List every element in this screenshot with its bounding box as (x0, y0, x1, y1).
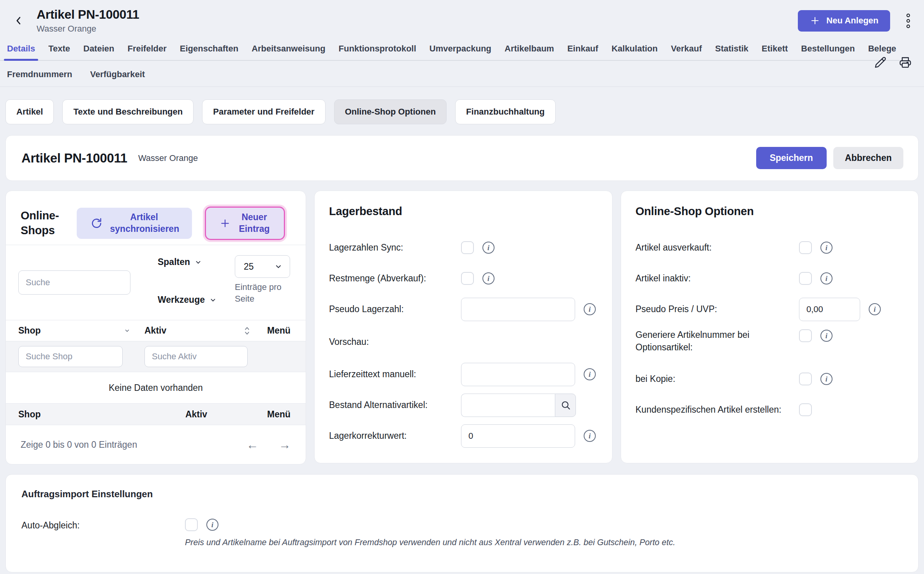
table-footer-header-row: Shop Aktiv Menü (6, 403, 306, 425)
bestand-alternativartikel-input[interactable] (461, 394, 555, 417)
info-icon[interactable] (206, 519, 218, 531)
bei-kopie-checkbox[interactable] (799, 373, 812, 385)
artikel-inaktiv-checkbox[interactable] (799, 272, 812, 285)
cancel-button[interactable]: Abbrechen (833, 147, 903, 169)
tab-bestellungen[interactable]: Bestellungen (801, 41, 855, 60)
page-size-select[interactable]: 25 (235, 255, 290, 278)
subtab-parameter-und-freifelder[interactable]: Parameter und Freifelder (202, 99, 325, 124)
field-label: bei Kopie: (635, 373, 799, 385)
auto-abgleich-right: Preis und Artikelname bei Auftragsimport… (185, 518, 675, 548)
field-row-artikel-ausverkauft: Artikel ausverkauft: (621, 232, 918, 263)
refresh-icon (91, 217, 102, 229)
field-label: Lagerzahlen Sync: (329, 241, 461, 254)
title-card-actions: Speichern Abbrechen (756, 147, 903, 169)
info-icon[interactable] (820, 272, 832, 284)
table-header-row: Shop Aktiv Menü (6, 320, 306, 341)
tab-dateien[interactable]: Dateien (83, 41, 114, 60)
print-button[interactable] (898, 55, 912, 69)
info-icon[interactable] (820, 373, 832, 385)
back-button[interactable] (12, 11, 26, 30)
lagerkorrekturwert-input[interactable] (461, 424, 575, 448)
tab-etikett[interactable]: Etikett (762, 41, 788, 60)
tab-bar-actions (873, 55, 912, 69)
tab-artikelbaum[interactable]: Artikelbaum (505, 41, 554, 60)
pseudo-lagerzahl-input[interactable] (461, 298, 575, 321)
search-input[interactable] (18, 270, 130, 295)
tab-eigenschaften[interactable]: Eigenschaften (180, 41, 238, 60)
tab-verfuegbarkeit[interactable]: Verfügbarkeit (90, 69, 145, 79)
info-icon[interactable] (584, 430, 596, 442)
tab-verkauf[interactable]: Verkauf (671, 41, 702, 60)
column-header-menu: Menü (253, 325, 306, 336)
magnifier-icon (560, 400, 571, 410)
tab-texte[interactable]: Texte (48, 41, 70, 60)
tab-statistik[interactable]: Statistik (715, 41, 748, 60)
tab-kalkulation[interactable]: Kalkulation (611, 41, 658, 60)
neuer-eintrag-button[interactable]: Neuer Eintrag (206, 208, 284, 239)
save-button[interactable]: Speichern (756, 147, 827, 169)
tab-funktionsprotokoll[interactable]: Funktionsprotokoll (339, 41, 416, 60)
tab-fremdnummern[interactable]: Fremdnummern (7, 69, 72, 79)
subtab-online-shop-optionen[interactable]: Online-Shop Optionen (334, 99, 447, 124)
info-icon[interactable] (820, 242, 832, 254)
top-header: Artikel PN-100011 Wasser Orange Neu Anle… (0, 0, 924, 37)
info-icon[interactable] (482, 272, 495, 284)
tab-freifelder[interactable]: Freifelder (127, 41, 166, 60)
kundenspezifisch-checkbox[interactable] (799, 403, 812, 416)
lagerzahlen-sync-checkbox[interactable] (461, 241, 474, 254)
next-page-button[interactable] (279, 439, 291, 451)
previous-page-button[interactable] (246, 439, 259, 451)
artikel-synchronisieren-button[interactable]: Artikel synchronisieren (77, 208, 192, 239)
chevron-down-icon (209, 296, 217, 304)
more-menu-icon[interactable] (905, 12, 912, 30)
field-row-bei-kopie: bei Kopie: (621, 364, 918, 394)
chevron-down-icon (124, 327, 130, 334)
online-shop-optionen-panel: Online-Shop Optionen Artikel ausverkauft… (621, 191, 919, 463)
info-icon[interactable] (482, 242, 495, 254)
neu-anlegen-button[interactable]: Neu Anlegen (798, 10, 890, 32)
werkzeuge-dropdown[interactable]: Werkzeuge (158, 295, 217, 305)
filter-aktiv-input[interactable] (144, 346, 248, 367)
generiere-artikelnummer-checkbox[interactable] (799, 329, 812, 342)
secondary-tab-bar: Fremdnummern Verfügbarkeit (0, 61, 924, 87)
spalten-dropdown[interactable]: Spalten (158, 257, 217, 267)
subtab-texte-und-beschreibungen[interactable]: Texte und Beschreibungen (62, 99, 194, 124)
edit-button[interactable] (873, 55, 887, 69)
info-icon[interactable] (584, 368, 596, 380)
column-header-aktiv[interactable]: Aktiv (140, 325, 253, 336)
tab-arbeitsanweisung[interactable]: Arbeitsanweisung (252, 41, 325, 60)
header-titles: Artikel PN-100011 Wasser Orange (37, 7, 139, 34)
table-empty-state: Keine Daten vorhanden (6, 372, 306, 403)
info-icon[interactable] (584, 303, 596, 315)
shop-footer-label: Shop (18, 409, 41, 420)
main-tab-bar: Details Texte Dateien Freifelder Eigensc… (0, 37, 900, 61)
filter-shop-input[interactable] (18, 346, 123, 367)
field-label: Generiere Artikelnummer bei Optionsartik… (635, 329, 799, 353)
header-left: Artikel PN-100011 Wasser Orange (12, 7, 139, 34)
info-icon[interactable] (820, 330, 832, 342)
restmenge-checkbox[interactable] (461, 272, 474, 285)
subtab-artikel[interactable]: Artikel (5, 99, 54, 124)
article-search-button[interactable] (555, 394, 576, 417)
field-label: Restmenge (Abverkauf): (329, 272, 461, 284)
auto-abgleich-checkbox[interactable] (185, 518, 198, 531)
article-subtitle: Wasser Orange (138, 153, 198, 163)
page-size-value: 25 (244, 261, 254, 272)
field-row-vorschau: Vorschau: (315, 325, 612, 359)
page-size-column: 25 Einträge pro Seite (235, 255, 290, 309)
tab-umverpackung[interactable]: Umverpackung (429, 41, 491, 60)
subtab-finanzbuchhaltung[interactable]: Finanzbuchhaltung (455, 99, 556, 124)
tab-details[interactable]: Details (7, 41, 35, 60)
lieferzeittext-input[interactable] (461, 363, 575, 386)
neu-anlegen-label: Neu Anlegen (826, 16, 878, 26)
tab-einkauf[interactable]: Einkauf (567, 41, 598, 60)
pseudo-preis-input[interactable] (799, 298, 860, 321)
field-label: Vorschau: (329, 336, 461, 348)
online-shops-title: Online-Shops (21, 208, 67, 238)
online-shops-header: Online-Shops Artikel synchronisieren Neu… (6, 191, 306, 245)
field-label: Kundenspezifischen Artikel erstellen: (635, 403, 799, 416)
artikel-ausverkauft-checkbox[interactable] (799, 241, 812, 254)
column-header-shop[interactable]: Shop (6, 325, 140, 336)
field-label: Lieferzeittext manuell: (329, 368, 461, 380)
info-icon[interactable] (869, 303, 881, 315)
